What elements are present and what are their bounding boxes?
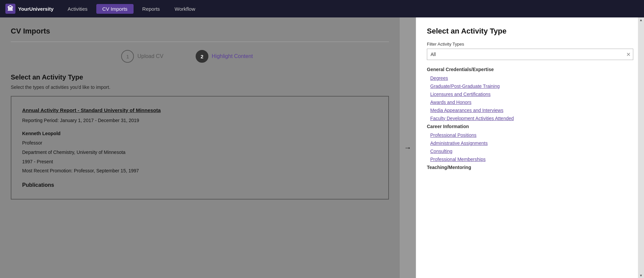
category-general-credentials: General Credentials/Expertise — [427, 67, 633, 72]
logo[interactable]: 🏛 YourUniversity — [5, 4, 54, 14]
activity-faculty-dev[interactable]: Faculty Development Activities Attended — [430, 116, 633, 121]
cv-dept: Department of Chemistry, University of M… — [22, 149, 378, 157]
step-1-circle: 1 — [121, 50, 134, 63]
nav-workflow[interactable]: Workflow — [168, 4, 201, 14]
cv-content-box: Annual Activity Report - Standard Univer… — [11, 96, 389, 200]
divider — [11, 42, 389, 42]
stepper: 1 Upload CV 2 Highlight Content — [11, 50, 389, 63]
cv-publications-heading: Publications — [22, 180, 378, 189]
cv-report-title: Annual Activity Report - Standard Univer… — [22, 106, 378, 115]
cv-role: Professor — [22, 139, 378, 147]
step-2-circle: 2 — [196, 50, 208, 63]
activity-admin-assignments[interactable]: Administrative Assignments — [430, 141, 633, 146]
step-2: 2 Highlight Content — [196, 50, 253, 63]
step-1-label[interactable]: Upload CV — [137, 53, 163, 59]
scroll-down-arrow[interactable]: ▼ — [639, 274, 643, 277]
scroll-up-arrow[interactable]: ▲ — [639, 18, 643, 22]
right-panel-title: Select an Activity Type — [427, 27, 633, 36]
activity-graduate-training[interactable]: Graduate/Post-Graduate Training — [430, 84, 633, 89]
activity-degrees[interactable]: Degrees — [430, 75, 633, 81]
nav-reports[interactable]: Reports — [136, 4, 166, 14]
category-career-info: Career Information — [427, 124, 633, 129]
page-title: CV Imports — [11, 27, 389, 36]
activity-awards[interactable]: Awards and Honors — [430, 100, 633, 105]
filter-label: Filter Activity Types — [427, 42, 633, 47]
filter-input-wrap: ✕ — [427, 49, 633, 60]
scrollbar: ▲ ▼ — [638, 17, 644, 278]
logo-text: YourUniversity — [18, 6, 54, 12]
right-panel: Select an Activity Type Filter Activity … — [416, 17, 644, 278]
filter-clear-icon[interactable]: ✕ — [626, 51, 631, 58]
activity-professional-positions[interactable]: Professional Positions — [430, 132, 633, 138]
nav-activities[interactable]: Activities — [62, 4, 94, 14]
step-line-2 — [256, 56, 276, 57]
section-heading: Select an Activity Type — [11, 73, 389, 81]
activity-consulting[interactable]: Consulting — [430, 149, 633, 154]
activity-licensures[interactable]: Licensures and Certifications — [430, 92, 633, 97]
cv-years: 1997 - Present — [22, 158, 378, 166]
activity-media[interactable]: Media Appearances and Interviews — [430, 108, 633, 113]
arrow-divider: → — [400, 17, 416, 278]
main-layout: CV Imports 1 Upload CV 2 Highlight Conte… — [0, 17, 644, 278]
arrow-icon: → — [404, 144, 411, 152]
step-2-label[interactable]: Highlight Content — [212, 53, 253, 59]
cv-promo: Most Recent Promotion: Professor, Septem… — [22, 167, 378, 175]
logo-icon: 🏛 — [5, 4, 15, 14]
cv-name: Kenneth Leopold — [22, 130, 378, 138]
activity-professional-memberships[interactable]: Professional Memberships — [430, 157, 633, 162]
category-teaching-mentoring: Teaching/Mentoring — [427, 165, 633, 170]
left-panel: CV Imports 1 Upload CV 2 Highlight Conte… — [0, 17, 400, 278]
filter-input[interactable] — [427, 49, 633, 60]
cv-period: Reporting Period: January 1, 2017 - Dece… — [22, 117, 378, 125]
section-desc: Select the types of activities you'd lik… — [11, 85, 389, 90]
step-line-1 — [166, 56, 193, 57]
step-1: 1 Upload CV — [121, 50, 163, 63]
topnav: 🏛 YourUniversity Activities CV Imports R… — [0, 0, 644, 17]
nav-cv-imports[interactable]: CV Imports — [96, 4, 134, 14]
